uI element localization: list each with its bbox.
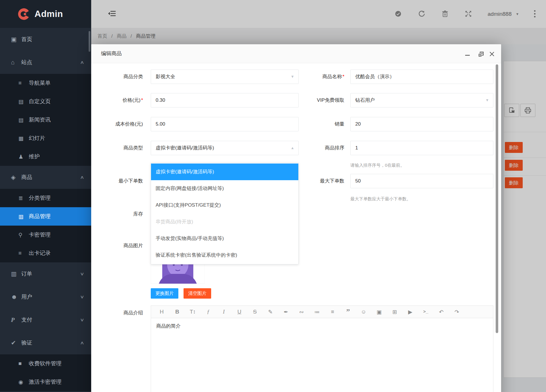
name-input[interactable]: 优酷会员（演示）: [350, 70, 493, 84]
type-option-fixed-content[interactable]: 固定内容(网盘链接/活动网址等): [151, 180, 298, 197]
sidebar-item-card-records[interactable]: ≡ 出卡记录: [0, 244, 91, 262]
sidebar-item-verify[interactable]: ✔ 验证 ∧: [0, 331, 91, 354]
min-order-label: 最小下单数: [94, 174, 143, 188]
category-select[interactable]: 影视大全 ▼: [151, 70, 299, 84]
eye-icon: ◉: [18, 379, 29, 385]
sidebar-item-site[interactable]: ⌂ 站点 ∧: [0, 51, 91, 74]
vip-value: 钻石用户: [355, 97, 375, 103]
type-label: 商品类型: [94, 141, 143, 155]
emoji-icon[interactable]: ☺: [356, 309, 371, 315]
type-option-manual-delivery[interactable]: 手动发货(实物商品/手动充值等): [151, 230, 298, 247]
chevron-up-icon: ∧: [80, 175, 84, 180]
bold-icon[interactable]: B: [169, 309, 185, 315]
cost-input[interactable]: 5.00: [151, 117, 299, 131]
brand: Admin: [0, 0, 91, 28]
file-icon: ▥: [18, 213, 29, 220]
minimize-icon[interactable]: [464, 51, 471, 57]
cost-label: 成本价格(元): [94, 117, 143, 131]
sidebar-item-home[interactable]: ▣ 首页: [0, 28, 91, 51]
brush-icon[interactable]: ✒: [278, 309, 294, 315]
max-order-input[interactable]: 50: [350, 174, 493, 188]
sort-hint: 请输入排序序号，0在最前。: [350, 163, 404, 168]
underline-icon[interactable]: U: [232, 309, 247, 315]
sales-input[interactable]: 20: [350, 117, 493, 131]
user-secret-icon: ♟: [18, 153, 29, 160]
price-value: 0.30: [156, 97, 165, 103]
code-icon[interactable]: >_: [418, 310, 434, 314]
price-label: 价格(元)*: [94, 93, 143, 107]
sidebar-item-goods-manage[interactable]: ▥ 商品管理: [0, 207, 91, 226]
blockquote-icon[interactable]: ”: [340, 309, 356, 315]
sidebar-item-label: 首页: [21, 36, 32, 43]
sidebar-item-label: 出卡记录: [29, 249, 51, 257]
sidebar-item-news[interactable]: ▤ 新闻资讯: [0, 111, 91, 129]
cube-icon: ◈: [11, 174, 21, 181]
sidebar-item-nav-menu[interactable]: ≡ 导航菜单: [0, 74, 91, 92]
type-select[interactable]: 虚拟卡密(邀请码/激活码等) ▲: [151, 141, 299, 155]
maximize-icon[interactable]: [478, 51, 484, 57]
sidebar-item-activation-cards[interactable]: ◉ 激活卡密管理: [0, 373, 91, 391]
square-icon: ■: [18, 360, 29, 367]
sort-input[interactable]: 1: [350, 141, 493, 155]
required-mark: *: [342, 74, 344, 79]
pen-icon[interactable]: ✎: [263, 309, 278, 315]
sidebar-item-pay[interactable]: P 支付 ∨: [0, 308, 91, 331]
type-option-verify-system-card[interactable]: 验证系统卡密(出售验证系统中的卡密): [151, 247, 298, 264]
insert-image-icon[interactable]: ▣: [371, 309, 387, 315]
home-icon: ⌂: [11, 59, 21, 66]
type-value: 虚拟卡密(邀请码/激活码等): [156, 145, 214, 151]
font-family-icon[interactable]: ƒ: [201, 309, 216, 315]
check-circle-icon: ✔: [11, 339, 21, 346]
undo-icon[interactable]: ↶: [434, 309, 449, 315]
type-option-virtual-card[interactable]: 虚拟卡密(邀请码/激活码等): [151, 164, 298, 180]
close-icon[interactable]: [488, 51, 495, 57]
link-icon[interactable]: ∾: [294, 309, 309, 315]
sidebar-item-label: 幻灯片: [29, 134, 45, 142]
heading-icon[interactable]: H: [154, 309, 169, 315]
italic-icon[interactable]: I: [216, 309, 232, 315]
type-option-api[interactable]: API接口(支持POST/GET提交): [151, 197, 298, 214]
chevron-down-icon: ∨: [80, 271, 84, 276]
align-icon[interactable]: ≡: [325, 309, 340, 315]
intro-editor[interactable]: 商品的简介: [151, 318, 493, 392]
sidebar-item-label: 收费软件管理: [29, 360, 62, 367]
redo-icon[interactable]: ↷: [449, 309, 465, 315]
sidebar-item-label: 商品: [21, 174, 32, 181]
sidebar-item-label: 导航菜单: [29, 79, 51, 87]
sidebar-item-label: 激活卡密管理: [29, 378, 62, 386]
type-dropdown: 虚拟卡密(邀请码/激活码等) 固定内容(网盘链接/活动网址等) API接口(支持…: [151, 163, 299, 264]
sidebar-item-custom-page[interactable]: ▤ 自定义页: [0, 92, 91, 111]
sales-value: 20: [355, 121, 361, 127]
sidebar-item-maintain[interactable]: ♟ 维护: [0, 147, 91, 166]
sidebar-item-label: 自定义页: [29, 98, 51, 105]
chevron-down-icon: ∨: [80, 294, 84, 299]
change-image-button[interactable]: 更换图片: [151, 288, 178, 299]
sidebar-item-card-manage[interactable]: ⚲ 卡密管理: [0, 226, 91, 244]
caret-down-icon: ▼: [485, 93, 489, 107]
list-icon: ≡: [18, 80, 29, 86]
font-size-icon[interactable]: T↕: [185, 309, 201, 315]
video-icon[interactable]: ▶: [402, 309, 418, 315]
name-value: 优酷会员（演示）: [355, 74, 394, 79]
sidebar-submenu-goods: ≣ 分类管理 ▥ 商品管理 ⚲ 卡密管理 ≡ 出卡记录: [0, 189, 91, 262]
sidebar-item-category-manage[interactable]: ≣ 分类管理: [0, 189, 91, 207]
chevron-up-icon: ∧: [80, 60, 84, 65]
sidebar-item-slides[interactable]: ▦ 幻灯片: [0, 129, 91, 147]
strikethrough-icon[interactable]: S: [247, 309, 263, 315]
cost-value: 5.00: [156, 121, 165, 127]
price-input[interactable]: 0.30: [151, 93, 299, 107]
sidebar-item-paid-software[interactable]: ■ 收费软件管理: [0, 354, 91, 373]
image-label: 商品图片: [94, 239, 143, 253]
type-option-crossship-disabled: 串货商品(待开放): [151, 214, 298, 230]
list-ul-icon[interactable]: ≔: [309, 309, 325, 315]
table-icon[interactable]: ⊞: [387, 309, 402, 315]
clear-image-button[interactable]: 清空图片: [184, 288, 211, 299]
page-icon: ▤: [18, 98, 29, 105]
category-label: 商品分类: [94, 70, 143, 84]
modal-scrollbar[interactable]: [496, 64, 498, 333]
sidebar-item-user[interactable]: ☻ 用户 ∨: [0, 285, 91, 308]
vip-select[interactable]: 钻石用户 ▼: [350, 93, 493, 107]
sort-label: 商品排序: [290, 141, 344, 155]
sidebar-item-goods[interactable]: ◈ 商品 ∧: [0, 166, 91, 189]
sidebar-item-order[interactable]: ▥ 订单 ∨: [0, 262, 91, 285]
